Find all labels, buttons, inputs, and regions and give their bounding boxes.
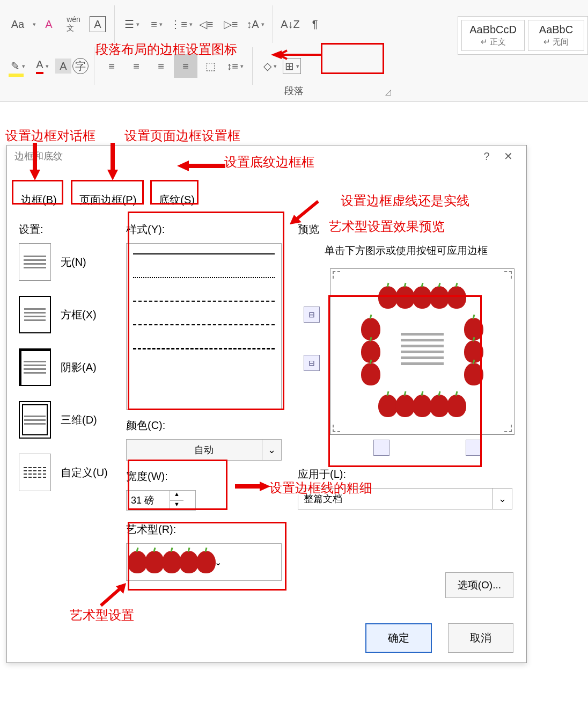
style-label: 样式(Y): bbox=[126, 222, 282, 237]
borders-shading-dialog: 边框和底纹 ? ✕ 边框(B) 页面边框(P) 底纹(S) 设置: 无(N) 方… bbox=[6, 145, 527, 663]
char-shading-button[interactable]: A bbox=[55, 59, 71, 74]
dropdown-icon[interactable] bbox=[31, 12, 36, 36]
chevron-down-icon: ⌄ bbox=[262, 440, 281, 460]
setting-custom[interactable] bbox=[19, 454, 51, 491]
width-input[interactable] bbox=[127, 495, 170, 506]
inc-indent-button[interactable]: ▷≡ bbox=[219, 12, 242, 36]
art-combo[interactable]: ⌄ bbox=[126, 543, 282, 581]
borders-button[interactable]: ⊞ bbox=[283, 58, 301, 74]
multilevel-button[interactable]: ⋮≡ bbox=[170, 12, 193, 36]
tab-page-border[interactable]: 页面边框(P) bbox=[72, 187, 144, 213]
dialog-title: 边框和底纹 bbox=[14, 150, 63, 163]
color-label: 颜色(C): bbox=[126, 418, 282, 433]
annotation: 设置页面边框设置框 bbox=[124, 127, 240, 144]
line-spacing-button[interactable]: ↕≡ bbox=[223, 54, 247, 78]
border-top-toggle[interactable]: ⊟ bbox=[304, 307, 320, 323]
change-case-button[interactable]: Aa bbox=[6, 12, 30, 36]
font-color-button[interactable]: A bbox=[31, 54, 54, 78]
align-right-button[interactable]: ≡ bbox=[149, 54, 173, 78]
char-border-button[interactable]: A bbox=[90, 16, 106, 32]
art-label: 艺术型(R): bbox=[126, 522, 282, 537]
style-no-spacing[interactable]: AaBbC ↵ 无间 bbox=[528, 20, 584, 51]
border-bottom-toggle[interactable]: ⊟ bbox=[304, 355, 320, 371]
apply-to-combo[interactable]: 整篇文档 ⌄ bbox=[298, 488, 512, 509]
tab-shading[interactable]: 底纹(S) bbox=[151, 187, 202, 213]
show-marks-button[interactable]: ¶ bbox=[303, 12, 327, 36]
help-button[interactable]: ? bbox=[476, 150, 497, 163]
divider bbox=[252, 47, 253, 85]
bullets-button[interactable]: ☰ bbox=[120, 12, 144, 36]
dec-indent-button[interactable]: ◁≡ bbox=[194, 12, 218, 36]
divider bbox=[273, 5, 273, 43]
phonetic-guide-button[interactable]: wén文 bbox=[62, 12, 85, 36]
divider bbox=[94, 47, 94, 85]
color-combo[interactable]: 自动 ⌄ bbox=[126, 439, 282, 461]
group-label: 段落 bbox=[284, 84, 304, 97]
setting-box[interactable] bbox=[19, 296, 51, 333]
distribute-button[interactable]: ⬚ bbox=[199, 54, 222, 78]
setting-shadow[interactable] bbox=[19, 348, 51, 386]
enclose-char-button[interactable]: 字 bbox=[72, 58, 89, 74]
spin-up[interactable]: ▲ bbox=[170, 491, 183, 501]
numbering-button[interactable]: ≡ bbox=[145, 12, 168, 36]
preview-label: 预览 bbox=[298, 222, 514, 237]
spin-down[interactable]: ▼ bbox=[170, 501, 183, 511]
chevron-down-icon: ⌄ bbox=[493, 489, 512, 509]
divider bbox=[114, 5, 115, 43]
settings-label: 设置: bbox=[19, 222, 121, 237]
highlight-button[interactable]: ✎ bbox=[6, 54, 30, 78]
annotation: 设置边框对话框 bbox=[5, 127, 95, 144]
border-left-toggle[interactable] bbox=[373, 440, 389, 456]
align-left-button[interactable]: ≡ bbox=[100, 54, 123, 78]
preview-area[interactable]: ⊟ ⊟ bbox=[330, 268, 514, 435]
sort-button[interactable]: A↓Z bbox=[278, 12, 302, 36]
width-label: 宽度(W): bbox=[126, 469, 282, 484]
justify-button[interactable]: ≡ bbox=[174, 54, 197, 78]
apply-label: 应用于(L): bbox=[298, 467, 514, 482]
shading-button[interactable]: ◇ bbox=[258, 54, 282, 78]
preview-hint: 单击下方图示或使用按钮可应用边框 bbox=[298, 243, 514, 259]
width-spinner[interactable]: ▲▼ bbox=[126, 490, 196, 511]
text-effects-button[interactable]: A bbox=[37, 12, 61, 36]
tab-borders[interactable]: 边框(B) bbox=[13, 187, 64, 213]
align-center-button[interactable]: ≡ bbox=[124, 54, 148, 78]
cjk-spacing-button[interactable]: ↕A bbox=[244, 12, 267, 36]
close-button[interactable]: ✕ bbox=[497, 150, 519, 163]
options-button[interactable]: 选项(O)... bbox=[445, 572, 513, 598]
style-normal[interactable]: AaBbCcD ↵ 正文 bbox=[461, 20, 525, 51]
dialog-launcher-icon[interactable]: ◿ bbox=[385, 88, 394, 96]
styles-gallery[interactable]: AaBbCcD ↵ 正文 AaBbC ↵ 无间 bbox=[458, 16, 588, 55]
ok-button[interactable]: 确定 bbox=[365, 623, 432, 653]
setting-none[interactable] bbox=[19, 243, 51, 281]
border-right-toggle[interactable] bbox=[466, 440, 482, 456]
setting-3d[interactable] bbox=[19, 401, 51, 439]
cancel-button[interactable]: 取消 bbox=[448, 623, 513, 653]
style-listbox[interactable] bbox=[126, 243, 282, 410]
